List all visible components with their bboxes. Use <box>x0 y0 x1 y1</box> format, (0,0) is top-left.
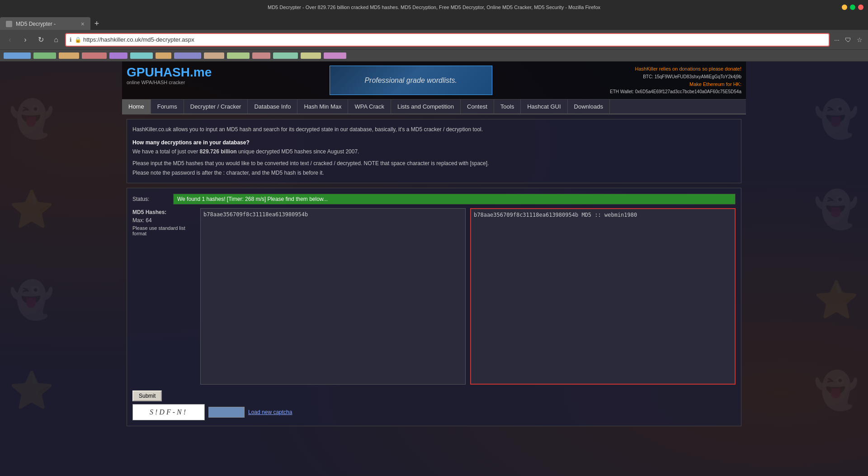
submit-row: Submit <box>132 390 736 401</box>
info-question-text: How many decryptions are in your databas… <box>132 139 250 146</box>
bookmark-12[interactable] <box>273 52 298 59</box>
eth-label: Make Ethereum for HK: <box>610 81 741 89</box>
nav-hash-min-max[interactable]: Hash Min Max <box>297 100 348 114</box>
status-row: Status: We found 1 hashes! [Timer: 268 m… <box>132 194 736 205</box>
info-answer-pre: We have a total of just over <box>132 148 200 155</box>
nav-database-info[interactable]: Database Info <box>248 100 297 114</box>
md5-section: MD5 Hashes: Max: 64 Please use standard … <box>132 208 736 386</box>
captcha-text: S!DF-N! <box>150 408 188 416</box>
back-button[interactable]: ‹ <box>4 33 16 46</box>
info-answer-bold: 829.726 billion <box>200 148 237 155</box>
banner-image: Professional grade wordlists. <box>330 66 492 95</box>
submit-button[interactable]: Submit <box>132 390 162 401</box>
forward-button[interactable]: › <box>19 33 32 46</box>
browser-titlebar: MD5 Decrypter - Over 829.726 billion cra… <box>0 0 868 14</box>
info-note1: Please input the MD5 hashes that you wou… <box>132 159 736 168</box>
bookmark-6[interactable] <box>130 52 153 59</box>
ghost-decoration-8: 👻 <box>814 369 859 412</box>
logo-sub: online WPA/HASH cracker <box>127 80 212 85</box>
captcha-row: S!DF-N! Load new captcha <box>132 404 736 420</box>
main-area: HashKiller.co.uk allows you to input an … <box>122 114 746 431</box>
browser-tabs: MD5 Decrypter - × + <box>0 14 868 30</box>
close-button[interactable] <box>858 5 863 10</box>
ghost-decoration-1: 👻 <box>9 98 54 140</box>
md5-input[interactable]: b78aae356709f8c31118ea613980954b <box>200 208 466 385</box>
more-button[interactable]: ··· <box>832 34 841 45</box>
bookmark-8[interactable] <box>174 52 201 59</box>
nav-forums[interactable]: Forums <box>151 100 184 114</box>
bookmark-13[interactable] <box>301 52 321 59</box>
captcha-image: S!DF-N! <box>132 404 205 420</box>
captcha-reload-link[interactable]: Load new captcha <box>248 409 292 415</box>
info-answer-post: unique decrypted MD5 hashes since August… <box>237 148 359 155</box>
info-line1: HashKiller.co.uk allows you to input an … <box>132 125 736 134</box>
nav-decrypter[interactable]: Decrypter / Cracker <box>184 100 248 114</box>
browser-toolbar: ‹ › ↻ ⌂ ℹ 🔒 ··· 🛡 ☆ <box>0 30 868 50</box>
toolbar-icons: ··· 🛡 ☆ <box>832 34 864 45</box>
bookmark-5[interactable] <box>109 52 127 59</box>
address-bar: ℹ 🔒 <box>65 33 830 47</box>
nav-home[interactable]: Home <box>122 100 151 114</box>
home-button[interactable]: ⌂ <box>50 33 62 46</box>
md5-labels: MD5 Hashes: Max: 64 Please use standard … <box>132 208 196 386</box>
website: GPUHASH.me online WPA/HASH cracker Profe… <box>122 62 746 431</box>
info-icon: ℹ <box>70 37 72 43</box>
site-banner: Professional grade wordlists. <box>216 65 605 95</box>
nav-contest[interactable]: Contest <box>461 100 494 114</box>
bookmarks-bar <box>0 50 868 62</box>
info-note2: Please note the password is after the : … <box>132 168 736 177</box>
site-logo: GPUHASH.me online WPA/HASH cracker <box>127 65 212 95</box>
status-label: Status: <box>132 196 169 202</box>
md5-hashes-label: MD5 Hashes: <box>132 209 196 215</box>
ghost-decoration-5: 👻 <box>814 98 859 140</box>
bookmark-button[interactable]: ☆ <box>855 34 864 45</box>
tab-label: MD5 Decrypter - <box>16 21 56 27</box>
btc-label: BTC: <box>643 74 653 79</box>
bookmark-4[interactable] <box>82 52 107 59</box>
captcha-input[interactable] <box>208 407 245 418</box>
shield-button[interactable]: 🛡 <box>843 34 853 45</box>
site-nav: Home Forums Decrypter / Cracker Database… <box>122 100 746 114</box>
md5-max-label: Max: 64 <box>132 217 196 224</box>
bookmark-1[interactable] <box>4 52 31 59</box>
tab-close-button[interactable]: × <box>81 20 85 28</box>
md5-output[interactable]: b78aae356709f8c31118ea613980954b MD5 :: … <box>470 208 736 385</box>
status-bar: We found 1 hashes! [Timer: 268 m/s] Plea… <box>173 194 736 205</box>
ghost-decoration-3: 👻 <box>9 279 54 321</box>
bookmark-10[interactable] <box>227 52 250 59</box>
ghost-decoration-7: ⭐ <box>814 279 859 321</box>
page-content: 👻 ⭐ 👻 ⭐ 👻 👻 ⭐ 👻 GPUHASH.me online WPA/HA… <box>0 62 868 476</box>
btc-value: 15qF9WUeFUD83shxyAMiEgGqToY2k4j9b <box>655 74 741 79</box>
eth-address: ETH Wallet: 0x6D5a4E69f127ad3cc7bcbe140a… <box>610 88 741 95</box>
bookmark-7[interactable] <box>156 52 171 59</box>
bookmark-3[interactable] <box>59 52 79 59</box>
btc-address: BTC: 15qF9WUeFUD83shxyAMiEgGqToY2k4j9b <box>610 73 741 81</box>
ghost-decoration-6: 👻 <box>814 188 859 231</box>
info-answer: We have a total of just over 829.726 bil… <box>132 147 736 156</box>
nav-hashcat-gui[interactable]: Hashcat GUI <box>521 100 567 114</box>
reload-button[interactable]: ↻ <box>34 33 47 46</box>
info-box: HashKiller.co.uk allows you to input an … <box>127 119 741 183</box>
active-tab[interactable]: MD5 Decrypter - × <box>0 17 90 30</box>
bookmark-2[interactable] <box>33 52 56 59</box>
site-header-right: HashKiller relies on donations so please… <box>610 65 741 95</box>
url-input[interactable] <box>83 36 825 43</box>
bookmark-11[interactable] <box>252 52 270 59</box>
nav-tools[interactable]: Tools <box>494 100 521 114</box>
maximize-button[interactable] <box>850 5 855 10</box>
ghost-decoration-2: ⭐ <box>9 188 54 231</box>
minimize-button[interactable] <box>842 5 847 10</box>
bookmark-14[interactable] <box>324 52 346 59</box>
tab-favicon <box>6 21 12 27</box>
decrypter-section: Status: We found 1 hashes! [Timer: 268 m… <box>127 188 741 426</box>
window-controls <box>842 5 863 10</box>
logo-main: GPUHASH.me <box>127 65 212 80</box>
nav-wpa-crack[interactable]: WPA Crack <box>348 100 391 114</box>
nav-lists-competition[interactable]: Lists and Competition <box>391 100 461 114</box>
new-tab-button[interactable]: + <box>90 17 103 30</box>
bookmark-9[interactable] <box>204 52 224 59</box>
ssl-icon: 🔒 <box>75 37 81 43</box>
nav-downloads[interactable]: Downloads <box>568 100 610 114</box>
site-header: GPUHASH.me online WPA/HASH cracker Profe… <box>122 62 746 100</box>
browser-title: MD5 Decrypter - Over 829.726 billion cra… <box>0 5 868 10</box>
